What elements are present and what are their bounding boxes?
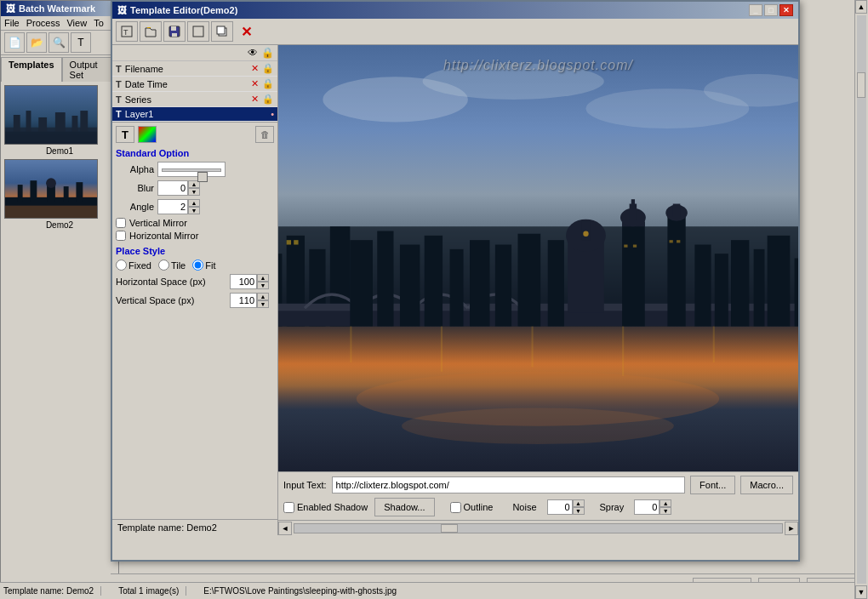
noise-spin-down[interactable]: ▼ bbox=[573, 507, 585, 515]
template-thumb-demo1 bbox=[4, 85, 98, 145]
alpha-slider-thumb[interactable] bbox=[197, 172, 208, 182]
svg-rect-72 bbox=[548, 240, 564, 326]
enabled-shadow-checkbox[interactable] bbox=[283, 502, 294, 513]
shadow-button[interactable]: Shadow... bbox=[374, 498, 434, 516]
maximize-button[interactable]: □ bbox=[764, 4, 778, 16]
layer-dot-layer1: • bbox=[271, 109, 274, 119]
opt-delete-btn[interactable]: 🗑 bbox=[255, 126, 274, 143]
svg-rect-2 bbox=[14, 115, 20, 132]
toolbar-extra[interactable]: T bbox=[71, 32, 91, 53]
noise-input[interactable] bbox=[547, 499, 573, 515]
toolbar-rectangle[interactable] bbox=[187, 21, 209, 42]
layer-text-icon-series: T bbox=[116, 94, 122, 105]
layer-delete-datetime[interactable]: ✕ bbox=[251, 78, 259, 89]
bg-app-title: 🖼 Batch Watermark bbox=[1, 1, 118, 16]
svg-rect-8 bbox=[5, 132, 97, 145]
toolbar-search[interactable]: 🔍 bbox=[49, 32, 69, 53]
layer-delete-filename[interactable]: ✕ bbox=[251, 63, 259, 74]
alpha-row: Alpha bbox=[116, 162, 274, 177]
menu-to[interactable]: To bbox=[94, 18, 104, 28]
angle-spin-up[interactable]: ▲ bbox=[188, 199, 200, 207]
toolbar-delete[interactable]: ✕ bbox=[235, 21, 257, 42]
horizontal-space-input[interactable] bbox=[230, 274, 257, 289]
template-item-demo2[interactable]: Demo2 bbox=[4, 159, 115, 230]
radio-fixed-label[interactable]: Fixed bbox=[116, 260, 151, 271]
horizontal-mirror-checkbox[interactable] bbox=[116, 231, 126, 241]
hspace-spin-up[interactable]: ▲ bbox=[257, 274, 269, 282]
radio-fixed[interactable] bbox=[116, 260, 127, 271]
template-item-demo1[interactable]: Demo1 bbox=[4, 85, 115, 156]
close-button[interactable]: ✕ bbox=[779, 4, 793, 16]
options-toolbar: T 🗑 bbox=[116, 126, 274, 143]
vspace-spin-down[interactable]: ▼ bbox=[257, 300, 269, 308]
radio-fit[interactable] bbox=[192, 260, 203, 271]
opt-color-btn[interactable] bbox=[138, 126, 157, 143]
alpha-slider[interactable] bbox=[157, 162, 226, 177]
spray-spin-down[interactable]: ▼ bbox=[660, 507, 671, 515]
tab-templates[interactable]: Templates bbox=[1, 57, 62, 82]
bg-app-icon: 🖼 bbox=[6, 3, 15, 14]
h-scroll-thumb[interactable] bbox=[441, 524, 458, 533]
layer-delete-series[interactable]: ✕ bbox=[251, 94, 259, 105]
input-text-field[interactable] bbox=[332, 476, 686, 493]
menu-file[interactable]: File bbox=[4, 18, 20, 28]
outline-checkbox[interactable] bbox=[450, 502, 461, 513]
vertical-mirror-checkbox[interactable] bbox=[116, 218, 126, 228]
opt-text-btn[interactable]: T bbox=[116, 126, 134, 143]
noise-spin-up[interactable]: ▲ bbox=[573, 499, 585, 507]
h-scroll-left[interactable]: ◄ bbox=[278, 522, 292, 535]
layer-item-filename[interactable]: T Filename ✕ 🔒 bbox=[112, 61, 277, 77]
minimize-button[interactable]: _ bbox=[749, 4, 762, 16]
vspace-spin-up[interactable]: ▲ bbox=[257, 293, 269, 300]
svg-rect-3 bbox=[26, 111, 31, 132]
blur-input[interactable] bbox=[157, 180, 188, 196]
layer-lock-series[interactable]: 🔒 bbox=[262, 94, 274, 105]
layer-name-layer1: Layer1 bbox=[125, 109, 267, 119]
layer-lock-datetime[interactable]: 🔒 bbox=[262, 78, 274, 89]
toolbar-copy[interactable] bbox=[211, 21, 233, 42]
toolbar-new-text[interactable]: T bbox=[116, 21, 138, 42]
angle-spin-down[interactable]: ▼ bbox=[188, 207, 200, 214]
h-scroll-track[interactable] bbox=[294, 523, 783, 533]
outline-group: Outline bbox=[450, 502, 494, 513]
spray-spin-up[interactable]: ▲ bbox=[660, 499, 671, 507]
preview-image: http://clixterz.blogspot.com/ bbox=[278, 45, 798, 471]
toolbar-new[interactable]: 📄 bbox=[4, 32, 25, 53]
toolbar-open[interactable]: 📂 bbox=[26, 32, 47, 53]
v-scroll-up[interactable]: ▲ bbox=[855, 0, 867, 14]
blur-spin-down[interactable]: ▼ bbox=[188, 188, 200, 196]
radio-tile-label[interactable]: Tile bbox=[158, 260, 186, 271]
svg-rect-15 bbox=[76, 182, 83, 202]
angle-input[interactable] bbox=[157, 199, 188, 214]
blur-spinner-buttons: ▲ ▼ bbox=[188, 180, 200, 196]
v-scroll-thumb[interactable] bbox=[857, 72, 865, 98]
layer-item-datetime[interactable]: T Date Time ✕ 🔒 bbox=[112, 77, 277, 92]
h-scroll-right[interactable]: ► bbox=[785, 522, 798, 535]
toolbar-save[interactable] bbox=[163, 21, 186, 42]
radio-fit-label[interactable]: Fit bbox=[192, 260, 215, 271]
spray-input[interactable] bbox=[634, 499, 660, 515]
font-button[interactable]: Font... bbox=[690, 476, 735, 494]
v-scroll-down[interactable]: ▼ bbox=[855, 585, 867, 599]
layer-text-icon-filename: T bbox=[116, 64, 122, 74]
v-scroll-track[interactable] bbox=[857, 15, 866, 584]
vspace-spinner-buttons: ▲ ▼ bbox=[257, 293, 269, 308]
layer-lock-filename[interactable]: 🔒 bbox=[262, 63, 274, 74]
vertical-mirror-label[interactable]: Vertical Mirror bbox=[129, 218, 187, 228]
outline-label[interactable]: Outline bbox=[464, 502, 494, 512]
layer-item-layer1[interactable]: T Layer1 • bbox=[112, 107, 277, 122]
menu-process[interactable]: Process bbox=[26, 18, 60, 28]
hspace-spin-down[interactable]: ▼ bbox=[257, 282, 269, 289]
svg-rect-6 bbox=[72, 116, 78, 132]
layer-text-icon-datetime: T bbox=[116, 79, 122, 89]
horizontal-mirror-label[interactable]: Horizontal Mirror bbox=[129, 231, 198, 241]
radio-tile[interactable] bbox=[158, 260, 169, 271]
svg-rect-59 bbox=[715, 254, 728, 326]
vertical-space-input[interactable] bbox=[230, 293, 257, 308]
toolbar-open-folder[interactable] bbox=[140, 21, 162, 42]
macro-button[interactable]: Macro... bbox=[740, 476, 793, 494]
svg-rect-65 bbox=[377, 231, 393, 327]
enabled-shadow-label[interactable]: Enabled Shadow bbox=[297, 502, 368, 512]
layer-item-series[interactable]: T Series ✕ 🔒 bbox=[112, 92, 277, 107]
menu-view[interactable]: View bbox=[66, 18, 87, 28]
